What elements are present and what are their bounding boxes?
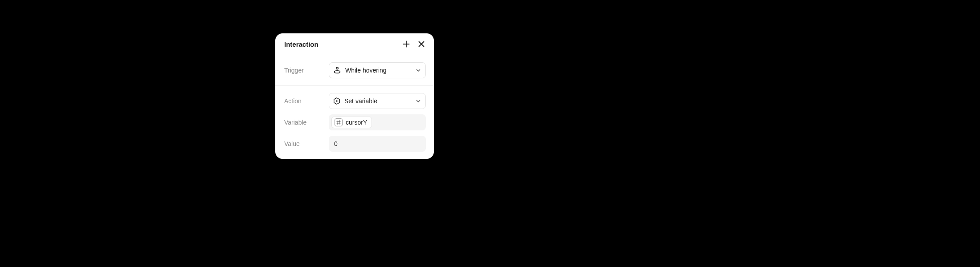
svg-point-7 (336, 100, 337, 101)
variable-icon (333, 97, 341, 105)
interaction-panel: Interaction Trigger (275, 33, 434, 159)
action-label: Action (284, 97, 323, 105)
value-label: Value (284, 140, 323, 147)
hover-icon (333, 66, 342, 75)
close-icon (417, 40, 425, 48)
add-button[interactable] (402, 40, 411, 49)
variable-label: Variable (284, 119, 323, 126)
variable-name: cursorY (346, 119, 367, 126)
close-button[interactable] (417, 40, 426, 49)
number-type-icon (335, 118, 343, 126)
value-row: Value (284, 136, 426, 152)
trigger-label: Trigger (284, 67, 323, 74)
panel-title: Interaction (284, 40, 318, 48)
panel-header: Interaction (275, 33, 434, 55)
chevron-down-icon (416, 68, 421, 73)
svg-line-10 (338, 121, 338, 124)
trigger-select-left: While hovering (333, 66, 387, 75)
action-select-left: Set variable (333, 97, 377, 105)
plus-icon (402, 40, 410, 48)
action-section: Action Set variable Variable (275, 86, 434, 159)
value-input[interactable] (329, 136, 426, 152)
svg-point-5 (335, 71, 340, 73)
action-row: Action Set variable (284, 93, 426, 109)
trigger-section: Trigger While hovering (275, 55, 434, 86)
variable-row: Variable cursorY (284, 114, 426, 130)
svg-point-4 (336, 67, 338, 69)
chevron-down-icon (416, 98, 421, 104)
trigger-select[interactable]: While hovering (329, 62, 426, 78)
variable-field[interactable]: cursorY (329, 114, 426, 130)
action-value: Set variable (344, 97, 377, 105)
action-select[interactable]: Set variable (329, 93, 426, 109)
variable-chip[interactable]: cursorY (331, 117, 372, 128)
svg-line-11 (339, 121, 339, 124)
header-actions (402, 40, 426, 49)
trigger-row: Trigger While hovering (284, 62, 426, 78)
trigger-value: While hovering (345, 67, 387, 74)
